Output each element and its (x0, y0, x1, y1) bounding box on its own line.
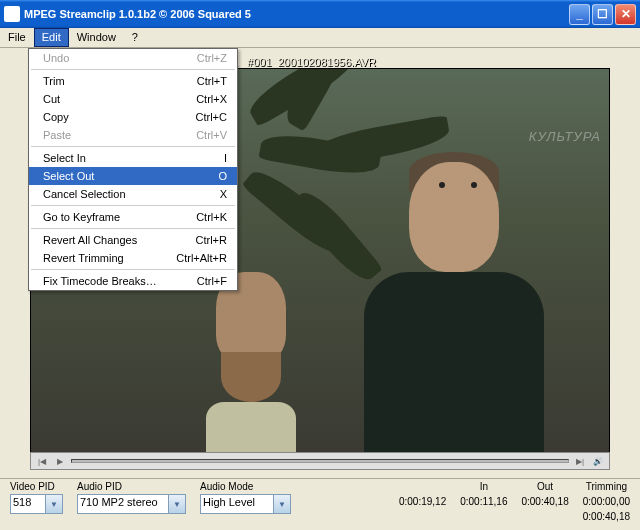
minimize-button[interactable]: _ (569, 4, 590, 25)
menu-separator (31, 146, 235, 147)
audio-mode-label: Audio Mode (200, 481, 291, 492)
window-title: MPEG Streamclip 1.0.1b2 © 2006 Squared 5 (24, 8, 569, 20)
menu-separator (31, 205, 235, 206)
channel-watermark: КУЛЬТУРА (529, 129, 601, 144)
menu-item-revert-trimming[interactable]: Revert TrimmingCtrl+Alt+R (29, 249, 237, 267)
video-pid-select[interactable]: 518 (10, 494, 46, 514)
menu-item-copy[interactable]: CopyCtrl+C (29, 108, 237, 126)
menu-item-cancel-selection[interactable]: Cancel SelectionX (29, 185, 237, 203)
person-right (359, 152, 549, 452)
out-time: Out 0:00:40,18 (521, 481, 568, 507)
menu-item-trim[interactable]: TrimCtrl+T (29, 72, 237, 90)
chevron-down-icon[interactable]: ▼ (46, 494, 63, 514)
in-time: In 0:00:11,16 (460, 481, 507, 507)
maximize-button[interactable]: ☐ (592, 4, 613, 25)
menu-window[interactable]: Window (69, 28, 124, 47)
close-button[interactable]: ✕ (615, 4, 636, 25)
menu-item-revert-all-changes[interactable]: Revert All ChangesCtrl+R (29, 231, 237, 249)
titlebar: MPEG Streamclip 1.0.1b2 © 2006 Squared 5… (0, 0, 640, 28)
menu-item-fix-timecode-breaks-[interactable]: Fix Timecode Breaks…Ctrl+F (29, 272, 237, 290)
transport-bar: |◀ ▶ ▶| 🔊 (30, 452, 610, 470)
volume-icon[interactable]: 🔊 (591, 455, 605, 467)
audio-pid-col: Audio PID 710 MP2 stereo ▼ (77, 481, 186, 514)
app-icon (4, 6, 20, 22)
menu-file[interactable]: File (0, 28, 34, 47)
trimming-time: Trimming 0:00:00,00 0:00:40,18 (583, 481, 630, 522)
video-pid-label: Video PID (10, 481, 63, 492)
menu-item-paste: PasteCtrl+V (29, 126, 237, 144)
skip-back-button[interactable]: |◀ (35, 455, 49, 467)
play-button[interactable]: ▶ (53, 455, 67, 467)
menu-item-select-out[interactable]: Select OutO (29, 167, 237, 185)
menubar: File Edit Window ? (0, 28, 640, 48)
menu-separator (31, 69, 235, 70)
menu-item-cut[interactable]: CutCtrl+X (29, 90, 237, 108)
menu-item-select-in[interactable]: Select InI (29, 149, 237, 167)
window-controls: _ ☐ ✕ (569, 4, 636, 25)
skip-forward-button[interactable]: ▶| (573, 455, 587, 467)
audio-pid-select[interactable]: 710 MP2 stereo (77, 494, 169, 514)
edit-dropdown-menu: UndoCtrl+ZTrimCtrl+TCutCtrl+XCopyCtrl+CP… (28, 48, 238, 291)
video-pid-col: Video PID 518 ▼ (10, 481, 63, 514)
audio-mode-select[interactable]: High Level (200, 494, 274, 514)
menu-item-undo: UndoCtrl+Z (29, 49, 237, 67)
status-bar: Video PID 518 ▼ Audio PID 710 MP2 stereo… (0, 478, 640, 526)
scrubber-track[interactable] (71, 459, 569, 463)
current-time: 0:00:19,12 (399, 481, 446, 507)
menu-item-go-to-keyframe[interactable]: Go to KeyframeCtrl+K (29, 208, 237, 226)
menu-help[interactable]: ? (124, 28, 146, 47)
menu-separator (31, 228, 235, 229)
audio-mode-col: Audio Mode High Level ▼ (200, 481, 291, 514)
person-left (201, 272, 301, 452)
chevron-down-icon[interactable]: ▼ (274, 494, 291, 514)
menu-separator (31, 269, 235, 270)
audio-pid-label: Audio PID (77, 481, 186, 492)
menu-edit[interactable]: Edit (34, 28, 69, 47)
chevron-down-icon[interactable]: ▼ (169, 494, 186, 514)
